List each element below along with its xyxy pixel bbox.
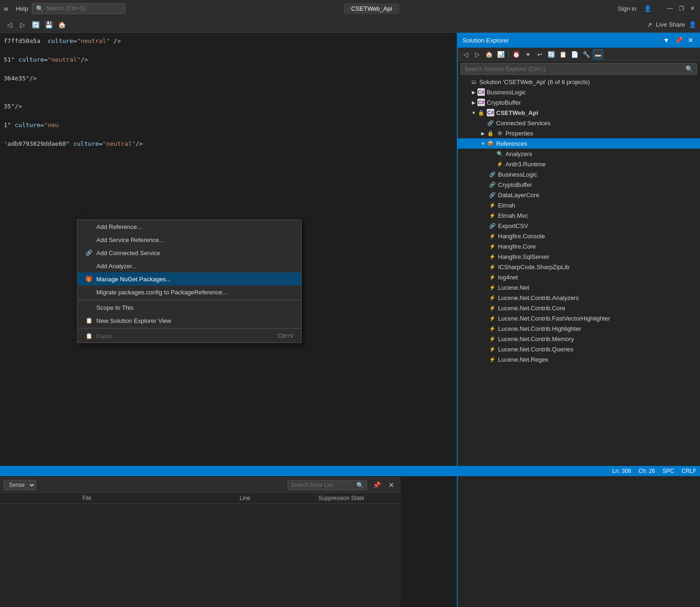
tree-businesslogic[interactable]: ▶ C# BusinessLogic bbox=[458, 87, 700, 97]
tree-hangfire-sql[interactable]: ⚡ Hangfire.SqlServer bbox=[458, 251, 700, 262]
reload-button[interactable]: 🔄 bbox=[30, 19, 41, 30]
tree-lucene-queries[interactable]: ⚡ Lucene.Net.Contrib.Queries bbox=[458, 344, 700, 354]
references-icon: 📦 bbox=[487, 140, 494, 147]
tree-antlr[interactable]: ⚡ Antlr3.Runtime bbox=[458, 159, 700, 169]
cs-icon: C# bbox=[487, 109, 494, 116]
save-button[interactable]: 💾 bbox=[43, 19, 54, 30]
se-dropdown-btn[interactable]: ▼ bbox=[662, 36, 671, 45]
menu-help[interactable]: Help bbox=[15, 5, 28, 12]
error-panel: Sense 🔍 📌 ✕ File Line Suppression State bbox=[0, 477, 401, 607]
ctx-add-connected[interactable]: 🔗 Add Connected Service bbox=[78, 246, 301, 259]
se-solution-view-btn[interactable]: 📊 bbox=[496, 49, 506, 59]
title-search-box[interactable]: 🔍 bbox=[32, 3, 125, 14]
tree-sharpzip[interactable]: ⚡ ICSharpCode.SharpZipLib bbox=[458, 262, 700, 272]
tree-lucene-memory[interactable]: ⚡ Lucene.Net.Contrib.Memory bbox=[458, 334, 700, 344]
error-pin-btn[interactable]: 📌 bbox=[371, 479, 382, 491]
tree-cryptobuffer-ref[interactable]: 🔗 CryptoBuffer bbox=[458, 179, 700, 190]
hangfire-core-label: Hangfire.Core bbox=[498, 243, 536, 250]
back-button[interactable]: ◁ bbox=[4, 19, 15, 30]
ctx-manage-nuget[interactable]: 🎁 Manage NuGet Packages... bbox=[78, 272, 301, 286]
home-button[interactable]: 🏠 bbox=[56, 19, 67, 30]
tree-elmah[interactable]: ⚡ Elmah bbox=[458, 200, 700, 210]
ctx-new-se-view[interactable]: 📋 New Solution Explorer View bbox=[78, 314, 301, 327]
se-home-btn[interactable]: 🏠 bbox=[484, 49, 494, 59]
tree-log4net[interactable]: ⚡ log4net bbox=[458, 272, 700, 282]
error-sense-dropdown[interactable]: Sense bbox=[4, 480, 36, 490]
tree-elmah-mvc[interactable]: ⚡ Elmah.Mvc bbox=[458, 210, 700, 221]
gear-icon: ⚙ bbox=[496, 129, 504, 137]
tree-businesslogic-ref[interactable]: 🔗 BusinessLogic bbox=[458, 169, 700, 179]
close-button[interactable]: ✕ bbox=[689, 5, 696, 12]
ctx-separator-2 bbox=[78, 328, 301, 328]
ctx-scope-to-this[interactable]: Scope to This bbox=[78, 301, 301, 314]
ctx-add-service-ref[interactable]: Add Service Reference... bbox=[78, 233, 301, 246]
lucene-queries-label: Lucene.Net.Contrib.Queries bbox=[498, 346, 573, 353]
se-close-btn[interactable]: ✕ bbox=[686, 36, 695, 45]
expand-cryptobuffer[interactable]: ▶ bbox=[470, 99, 477, 106]
ctx-add-connected-label: Add Connected Service bbox=[96, 250, 160, 257]
expand-csetweb[interactable]: ▼ bbox=[470, 109, 477, 116]
active-tab[interactable]: CSETWeb_Api bbox=[344, 3, 399, 14]
ctx-add-analyzer[interactable]: Add Analyzer... bbox=[78, 259, 301, 272]
nuget-icon12: ⚡ bbox=[489, 314, 496, 322]
sign-in-button[interactable]: Sign in bbox=[618, 5, 636, 12]
tree-properties[interactable]: ▶ 🔒 ⚙ Properties bbox=[458, 128, 700, 138]
search-input[interactable] bbox=[46, 5, 116, 12]
tree-connected-services[interactable]: 🔗 Connected Services bbox=[458, 118, 700, 128]
tree-lucene-regex[interactable]: ⚡ Lucene.Net.Regex bbox=[458, 354, 700, 364]
expand-solution[interactable] bbox=[462, 78, 470, 86]
live-share-label[interactable]: Live Share bbox=[656, 21, 685, 28]
ctx-paste-label: Paste bbox=[96, 333, 112, 340]
se-settings-btn[interactable]: 🔧 bbox=[581, 49, 592, 59]
tree-csetweb-api[interactable]: ▼ 🔒 C# CSETWeb_Api bbox=[458, 107, 700, 118]
tree-lucene[interactable]: ⚡ Lucene.Net bbox=[458, 282, 700, 293]
se-filter-btn[interactable]: ▬ bbox=[593, 49, 603, 59]
tree-lucene-analyzers[interactable]: ⚡ Lucene.Net.Contrib.Analyzers bbox=[458, 293, 700, 303]
tree-references[interactable]: ▼ 📦 References bbox=[458, 138, 700, 149]
col-empty bbox=[4, 495, 82, 501]
se-back-btn[interactable]: ◁ bbox=[461, 49, 471, 59]
tree-cryptobuffer[interactable]: ▶ C# CryptoBuffer bbox=[458, 97, 700, 107]
context-menu: Add Reference... Add Service Reference..… bbox=[77, 220, 302, 343]
ctx-migrate[interactable]: Migrate packages.config to PackageRefere… bbox=[78, 286, 301, 299]
tree-lucene-highlighter[interactable]: ⚡ Lucene.Net.Contrib.Highlighter bbox=[458, 323, 700, 334]
se-refresh-btn[interactable]: 🔄 bbox=[546, 49, 556, 59]
error-search-box[interactable]: 🔍 bbox=[288, 480, 367, 490]
se-search-box[interactable]: 🔍 bbox=[461, 63, 697, 75]
expand-businesslogic[interactable]: ▶ bbox=[470, 88, 477, 96]
ref-icon: 🔗 bbox=[489, 171, 496, 178]
se-paste-btn[interactable]: 📄 bbox=[570, 49, 580, 59]
tree-lucene-core[interactable]: ⚡ Lucene.Net.Contrib.Core bbox=[458, 303, 700, 313]
se-forward-btn[interactable]: ▷ bbox=[472, 49, 483, 59]
minimize-button[interactable]: — bbox=[666, 5, 674, 12]
tree-hangfire-console[interactable]: ⚡ Hangfire.Console bbox=[458, 231, 700, 241]
expand-connected[interactable] bbox=[479, 119, 487, 127]
se-header-controls: ▼ 📌 ✕ bbox=[662, 36, 695, 45]
new-view-icon: 📋 bbox=[85, 317, 93, 324]
forward-button[interactable]: ▷ bbox=[17, 19, 28, 30]
se-undo-btn[interactable]: ↩ bbox=[534, 49, 545, 59]
tree-hangfire-core[interactable]: ⚡ Hangfire.Core bbox=[458, 241, 700, 251]
menu-window[interactable]: w bbox=[4, 5, 8, 12]
expand-properties[interactable]: ▶ bbox=[479, 129, 487, 137]
tree-lucene-fvh[interactable]: ⚡ Lucene.Net.Contrib.FastVectorHighlight… bbox=[458, 313, 700, 323]
tree-exportcsv[interactable]: 🔗 ExportCSV bbox=[458, 221, 700, 231]
tree-analyzers[interactable]: 🔍 Analyzers bbox=[458, 149, 700, 159]
se-pin-btn[interactable]: 📌 bbox=[674, 36, 683, 45]
tree-solution-root[interactable]: 🗂 Solution 'CSETWeb_Api' (6 of 6 project… bbox=[458, 77, 700, 87]
tree-datalayercore[interactable]: 🔗 DataLayerCore bbox=[458, 190, 700, 200]
nuget-icon9: ⚡ bbox=[489, 284, 496, 291]
error-close-btn[interactable]: ✕ bbox=[386, 479, 397, 491]
nuget-icon8: ⚡ bbox=[489, 273, 496, 281]
se-copy-btn[interactable]: 📋 bbox=[558, 49, 568, 59]
se-search-input[interactable] bbox=[465, 66, 686, 72]
se-history-btn[interactable]: ⏰ bbox=[511, 49, 521, 59]
cryptobuffer-label: CryptoBuffer bbox=[487, 99, 521, 106]
toolbar-row: ◁ ▷ 🔄 💾 🏠 ↗ Live Share 👤 bbox=[0, 17, 700, 33]
ctx-add-reference[interactable]: Add Reference... bbox=[78, 220, 301, 233]
se-tree[interactable]: 🗂 Solution 'CSETWeb_Api' (6 of 6 project… bbox=[458, 77, 700, 607]
maximize-button[interactable]: ❐ bbox=[678, 5, 685, 12]
error-search-input[interactable] bbox=[291, 482, 356, 488]
expand-references[interactable]: ▼ bbox=[479, 140, 487, 147]
status-bar: Ln: 308 Ch: 26 SPC CRLF bbox=[0, 466, 700, 476]
